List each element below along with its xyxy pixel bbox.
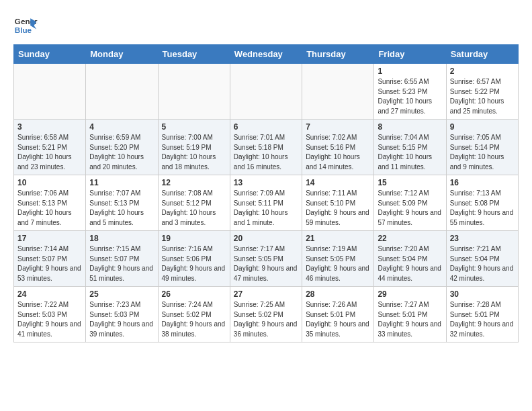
day-number: 15 bbox=[378, 178, 442, 187]
col-header-sunday: Sunday bbox=[14, 45, 86, 64]
day-cell-29: 29Sunrise: 7:27 AM Sunset: 5:01 PM Dayli… bbox=[374, 287, 446, 342]
day-number: 27 bbox=[234, 289, 298, 299]
day-number: 25 bbox=[89, 289, 154, 299]
day-number: 11 bbox=[89, 178, 154, 187]
day-number: 22 bbox=[378, 234, 442, 243]
header-row: SundayMondayTuesdayWednesdayThursdayFrid… bbox=[14, 45, 519, 64]
day-info: Sunrise: 7:06 AM Sunset: 5:13 PM Dayligh… bbox=[17, 189, 82, 228]
day-info: Sunrise: 7:04 AM Sunset: 5:15 PM Dayligh… bbox=[378, 133, 442, 172]
day-cell-27: 27Sunrise: 7:25 AM Sunset: 5:02 PM Dayli… bbox=[230, 287, 302, 342]
day-number: 19 bbox=[162, 234, 226, 243]
calendar-table: SundayMondayTuesdayWednesdayThursdayFrid… bbox=[13, 44, 519, 342]
logo-icon: General Blue bbox=[13, 13, 38, 38]
day-info: Sunrise: 7:02 AM Sunset: 5:16 PM Dayligh… bbox=[306, 133, 370, 172]
day-info: Sunrise: 7:05 AM Sunset: 5:14 PM Dayligh… bbox=[450, 133, 515, 172]
day-info: Sunrise: 7:22 AM Sunset: 5:03 PM Dayligh… bbox=[17, 300, 82, 339]
day-info: Sunrise: 7:19 AM Sunset: 5:05 PM Dayligh… bbox=[306, 244, 370, 283]
day-number: 12 bbox=[162, 178, 226, 187]
col-header-wednesday: Wednesday bbox=[230, 45, 302, 64]
week-row: 1Sunrise: 6:55 AM Sunset: 5:23 PM Daylig… bbox=[14, 64, 519, 120]
day-info: Sunrise: 7:17 AM Sunset: 5:05 PM Dayligh… bbox=[234, 244, 298, 283]
day-info: Sunrise: 7:14 AM Sunset: 5:07 PM Dayligh… bbox=[17, 244, 82, 283]
day-info: Sunrise: 7:00 AM Sunset: 5:19 PM Dayligh… bbox=[162, 133, 226, 172]
empty-cell bbox=[158, 64, 230, 120]
day-number: 14 bbox=[306, 178, 370, 187]
day-cell-17: 17Sunrise: 7:14 AM Sunset: 5:07 PM Dayli… bbox=[14, 231, 86, 287]
day-info: Sunrise: 7:09 AM Sunset: 5:11 PM Dayligh… bbox=[234, 189, 298, 228]
day-cell-28: 28Sunrise: 7:26 AM Sunset: 5:01 PM Dayli… bbox=[302, 287, 374, 342]
day-number: 28 bbox=[306, 289, 370, 299]
day-number: 29 bbox=[378, 289, 442, 299]
day-info: Sunrise: 6:55 AM Sunset: 5:23 PM Dayligh… bbox=[378, 77, 442, 116]
day-cell-21: 21Sunrise: 7:19 AM Sunset: 5:05 PM Dayli… bbox=[302, 231, 374, 287]
day-number: 23 bbox=[450, 234, 515, 243]
col-header-monday: Monday bbox=[86, 45, 158, 64]
day-cell-4: 4Sunrise: 6:59 AM Sunset: 5:20 PM Daylig… bbox=[86, 120, 158, 175]
day-info: Sunrise: 7:16 AM Sunset: 5:06 PM Dayligh… bbox=[162, 244, 226, 283]
week-row: 24Sunrise: 7:22 AM Sunset: 5:03 PM Dayli… bbox=[14, 287, 519, 342]
day-number: 1 bbox=[378, 66, 442, 76]
day-cell-10: 10Sunrise: 7:06 AM Sunset: 5:13 PM Dayli… bbox=[14, 175, 86, 231]
day-cell-16: 16Sunrise: 7:13 AM Sunset: 5:08 PM Dayli… bbox=[446, 175, 518, 231]
day-cell-18: 18Sunrise: 7:15 AM Sunset: 5:07 PM Dayli… bbox=[86, 231, 158, 287]
day-cell-13: 13Sunrise: 7:09 AM Sunset: 5:11 PM Dayli… bbox=[230, 175, 302, 231]
day-info: Sunrise: 7:01 AM Sunset: 5:18 PM Dayligh… bbox=[234, 133, 298, 172]
logo: General Blue bbox=[13, 13, 38, 38]
day-info: Sunrise: 7:15 AM Sunset: 5:07 PM Dayligh… bbox=[89, 244, 154, 283]
day-cell-2: 2Sunrise: 6:57 AM Sunset: 5:22 PM Daylig… bbox=[446, 64, 518, 120]
day-info: Sunrise: 6:59 AM Sunset: 5:20 PM Dayligh… bbox=[89, 133, 154, 172]
day-cell-20: 20Sunrise: 7:17 AM Sunset: 5:05 PM Dayli… bbox=[230, 231, 302, 287]
day-cell-30: 30Sunrise: 7:28 AM Sunset: 5:01 PM Dayli… bbox=[446, 287, 518, 342]
day-cell-23: 23Sunrise: 7:21 AM Sunset: 5:04 PM Dayli… bbox=[446, 231, 518, 287]
day-info: Sunrise: 7:25 AM Sunset: 5:02 PM Dayligh… bbox=[234, 300, 298, 339]
col-header-tuesday: Tuesday bbox=[158, 45, 230, 64]
day-cell-11: 11Sunrise: 7:07 AM Sunset: 5:13 PM Dayli… bbox=[86, 175, 158, 231]
week-row: 3Sunrise: 6:58 AM Sunset: 5:21 PM Daylig… bbox=[14, 120, 519, 175]
day-number: 10 bbox=[17, 178, 82, 187]
day-number: 8 bbox=[378, 122, 442, 132]
empty-cell bbox=[14, 64, 86, 120]
day-number: 9 bbox=[450, 122, 515, 132]
day-number: 7 bbox=[306, 122, 370, 132]
day-number: 4 bbox=[89, 122, 154, 132]
day-cell-19: 19Sunrise: 7:16 AM Sunset: 5:06 PM Dayli… bbox=[158, 231, 230, 287]
day-cell-22: 22Sunrise: 7:20 AM Sunset: 5:04 PM Dayli… bbox=[374, 231, 446, 287]
day-number: 5 bbox=[162, 122, 226, 132]
day-number: 13 bbox=[234, 178, 298, 187]
day-info: Sunrise: 7:27 AM Sunset: 5:01 PM Dayligh… bbox=[378, 300, 442, 339]
week-row: 17Sunrise: 7:14 AM Sunset: 5:07 PM Dayli… bbox=[14, 231, 519, 287]
day-cell-9: 9Sunrise: 7:05 AM Sunset: 5:14 PM Daylig… bbox=[446, 120, 518, 175]
col-header-thursday: Thursday bbox=[302, 45, 374, 64]
day-cell-15: 15Sunrise: 7:12 AM Sunset: 5:09 PM Dayli… bbox=[374, 175, 446, 231]
day-info: Sunrise: 7:11 AM Sunset: 5:10 PM Dayligh… bbox=[306, 189, 370, 228]
day-number: 24 bbox=[17, 289, 82, 299]
day-number: 17 bbox=[17, 234, 82, 243]
empty-cell bbox=[230, 64, 302, 120]
day-info: Sunrise: 7:24 AM Sunset: 5:02 PM Dayligh… bbox=[162, 300, 226, 339]
day-cell-25: 25Sunrise: 7:23 AM Sunset: 5:03 PM Dayli… bbox=[86, 287, 158, 342]
day-info: Sunrise: 7:13 AM Sunset: 5:08 PM Dayligh… bbox=[450, 189, 515, 228]
empty-cell bbox=[86, 64, 158, 120]
day-cell-14: 14Sunrise: 7:11 AM Sunset: 5:10 PM Dayli… bbox=[302, 175, 374, 231]
day-cell-12: 12Sunrise: 7:08 AM Sunset: 5:12 PM Dayli… bbox=[158, 175, 230, 231]
day-cell-8: 8Sunrise: 7:04 AM Sunset: 5:15 PM Daylig… bbox=[374, 120, 446, 175]
svg-text:Blue: Blue bbox=[15, 26, 32, 34]
day-info: Sunrise: 7:23 AM Sunset: 5:03 PM Dayligh… bbox=[89, 300, 154, 339]
page-header: General Blue bbox=[13, 13, 519, 38]
day-number: 21 bbox=[306, 234, 370, 243]
day-number: 30 bbox=[450, 289, 515, 299]
day-info: Sunrise: 7:28 AM Sunset: 5:01 PM Dayligh… bbox=[450, 300, 515, 339]
day-cell-5: 5Sunrise: 7:00 AM Sunset: 5:19 PM Daylig… bbox=[158, 120, 230, 175]
day-number: 6 bbox=[234, 122, 298, 132]
week-row: 10Sunrise: 7:06 AM Sunset: 5:13 PM Dayli… bbox=[14, 175, 519, 231]
day-info: Sunrise: 7:21 AM Sunset: 5:04 PM Dayligh… bbox=[450, 244, 515, 283]
empty-cell bbox=[302, 64, 374, 120]
day-cell-6: 6Sunrise: 7:01 AM Sunset: 5:18 PM Daylig… bbox=[230, 120, 302, 175]
day-cell-26: 26Sunrise: 7:24 AM Sunset: 5:02 PM Dayli… bbox=[158, 287, 230, 342]
day-info: Sunrise: 7:08 AM Sunset: 5:12 PM Dayligh… bbox=[162, 189, 226, 228]
day-number: 2 bbox=[450, 66, 515, 76]
day-info: Sunrise: 7:12 AM Sunset: 5:09 PM Dayligh… bbox=[378, 189, 442, 228]
day-number: 16 bbox=[450, 178, 515, 187]
day-cell-24: 24Sunrise: 7:22 AM Sunset: 5:03 PM Dayli… bbox=[14, 287, 86, 342]
day-cell-3: 3Sunrise: 6:58 AM Sunset: 5:21 PM Daylig… bbox=[14, 120, 86, 175]
